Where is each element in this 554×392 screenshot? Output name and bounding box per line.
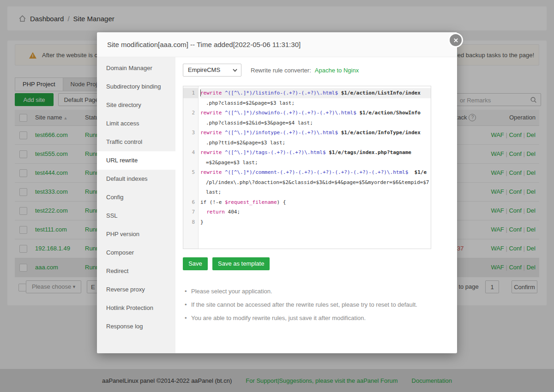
code-line: 7 return 404; — [183, 207, 431, 217]
modal-nav-limit-access[interactable]: Limit access — [97, 114, 175, 133]
save-row: Save Save as template — [183, 257, 270, 270]
chevron-down-icon — [233, 69, 237, 72]
save-button[interactable]: Save — [183, 257, 208, 270]
converter-row: EmpireCMS Rewrite rule converter: Apache… — [183, 64, 450, 77]
editor-code: 1rewrite ^([^\.]*)/listinfo-(.+?)-(.+?)\… — [183, 88, 431, 227]
modal-nav-composer[interactable]: Composer — [97, 244, 175, 262]
line-number: 5 — [183, 167, 198, 178]
apache-to-nginx-link[interactable]: Apache to Nginx — [315, 67, 359, 74]
note-item: If the site cannot be accessed after the… — [183, 301, 450, 308]
modal-sidebar: Domain ManagerSubdirectory bindingSite d… — [97, 57, 175, 353]
line-number: 7 — [183, 207, 198, 217]
code-line: 3rewrite ^([^\.]*)/infotype-(.+?)-(.+?)\… — [183, 128, 431, 148]
modal-nav-config[interactable]: Config — [97, 188, 175, 207]
modal-nav-default-indexes[interactable]: Default indexes — [97, 170, 175, 188]
modal-nav-domain-manager[interactable]: Domain Manager — [97, 59, 175, 77]
notes-list: Please select your application.If the si… — [183, 281, 450, 321]
line-number: 1 — [183, 88, 198, 98]
save-as-template-button[interactable]: Save as template — [212, 257, 270, 270]
line-number: 2 — [183, 108, 198, 118]
modal-nav-php-version[interactable]: PHP version — [97, 225, 175, 244]
modal-title: Site modification[aaa.com] -- Time added… — [97, 32, 457, 57]
code-line: 2rewrite ^([^\.]*)/showinfo-(.+?)-(.+?)-… — [183, 108, 431, 128]
converter-label: Rewrite rule converter: — [251, 67, 311, 74]
line-number: 6 — [183, 197, 198, 208]
line-number: 4 — [183, 148, 198, 158]
text-cursor — [200, 89, 201, 96]
note-item: Please select your application. — [183, 288, 450, 295]
modal-nav-redirect[interactable]: Redirect — [97, 262, 175, 280]
modal-nav-reverse-proxy[interactable]: Reverse proxy — [97, 280, 175, 299]
modal-nav-hotlink-protection[interactable]: Hotlink Protection — [97, 299, 175, 317]
app-root: Dashboard / Site Manager ! After the web… — [0, 0, 554, 392]
line-number: 8 — [183, 217, 198, 227]
close-icon — [453, 38, 458, 43]
modal-nav-response-log[interactable]: Response log — [97, 317, 175, 336]
modal-nav-url-rewrite[interactable]: URL rewrite — [97, 151, 175, 170]
cms-select[interactable]: EmpireCMS — [183, 64, 241, 77]
rewrite-code-editor[interactable]: 1rewrite ^([^\.]*)/listinfo-(.+?)-(.+?)\… — [183, 86, 431, 249]
code-line: 1rewrite ^([^\.]*)/listinfo-(.+?)-(.+?)\… — [183, 88, 431, 108]
line-number: 3 — [183, 128, 198, 138]
note-item: You are able to modify rewrite rules, ju… — [183, 315, 450, 321]
close-button[interactable] — [448, 33, 463, 48]
modal-nav-ssl[interactable]: SSL — [97, 207, 175, 225]
code-line: 6if (!-e $request_filename) { — [183, 197, 431, 208]
modal-content: EmpireCMS Rewrite rule converter: Apache… — [175, 57, 457, 353]
modal-nav-traffic-control[interactable]: Traffic control — [97, 133, 175, 151]
modal-nav-subdirectory-binding[interactable]: Subdirectory binding — [97, 77, 175, 96]
code-line: 5rewrite ^([^\.]*)/comment-(.+?)-(.+?)-(… — [183, 167, 431, 197]
modal-nav-site-directory[interactable]: Site directory — [97, 96, 175, 114]
site-modification-modal: Site modification[aaa.com] -- Time added… — [97, 32, 457, 353]
code-line: 4rewrite ^([^\.]*)/tags-(.+?)-(.+?)\.htm… — [183, 148, 431, 167]
code-line: 8} — [183, 217, 431, 227]
